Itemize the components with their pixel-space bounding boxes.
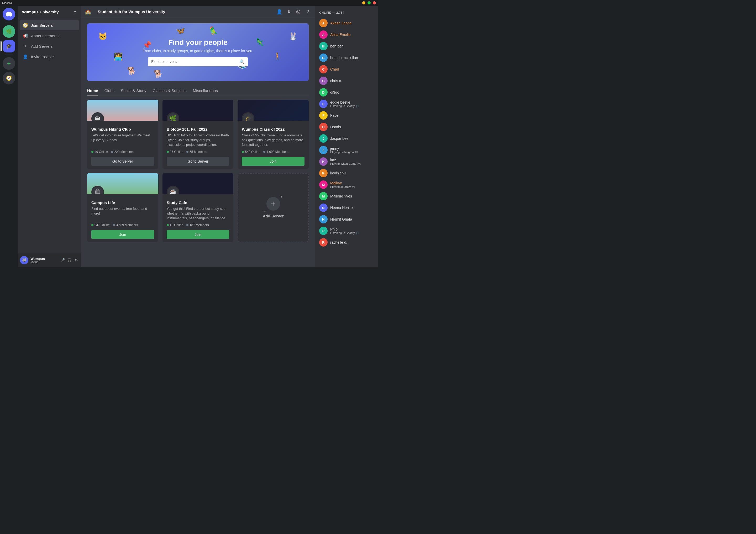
tab-classes[interactable]: Classes & Subjects bbox=[153, 86, 187, 95]
card-meta-hiking: 49 Online 220 Members bbox=[91, 150, 154, 154]
member-avatar-benben: B bbox=[319, 42, 328, 50]
member-avatar-nermit: N bbox=[319, 215, 328, 223]
member-name-kevin: kevin chu bbox=[330, 171, 374, 175]
close-button[interactable] bbox=[373, 1, 376, 5]
help-icon[interactable]: ? bbox=[305, 9, 311, 15]
member-item-nermit[interactable]: N Nermit Ghafa bbox=[317, 214, 376, 225]
card-btn-campus[interactable]: Join bbox=[91, 230, 154, 239]
add-server-card[interactable]: + ✦ ✦ Add Server bbox=[237, 173, 309, 242]
member-name-chrisc: chris c. bbox=[330, 79, 374, 83]
card-banner-hiking: 🏔 bbox=[87, 100, 158, 121]
member-info-rachelle: rachelle d. bbox=[330, 240, 374, 244]
online-count-studycafe: 42 Online bbox=[167, 223, 183, 227]
card-desc-studycafe: You got this! Find the perfect study spo… bbox=[167, 206, 230, 221]
member-info-di3go: di3go bbox=[330, 90, 374, 94]
card-banner-studycafe: ☕ bbox=[162, 173, 234, 194]
sidebar-item-icon-join-servers: 🧭 bbox=[23, 22, 28, 28]
member-name-face: Face bbox=[330, 113, 374, 117]
card-btn-hiking[interactable]: Go to Server bbox=[91, 157, 154, 166]
server-icon-add[interactable]: + bbox=[3, 57, 15, 70]
member-avatar-phibi: P bbox=[319, 227, 328, 235]
card-btn-biology[interactable]: Go to Server bbox=[167, 157, 230, 166]
headphones-icon[interactable]: 🎧 bbox=[67, 258, 72, 263]
member-count-biology: 55 Members bbox=[186, 150, 207, 154]
sidebar-item-invite-people[interactable]: 👤Invite People bbox=[20, 52, 79, 62]
member-item-jaspar[interactable]: J Jaspar Lee bbox=[317, 133, 376, 144]
hero-banner: 🐱 🧑‍💻 🐕 📌 🐰 🚶 🦎 📚 🦋 🦜 🐕 Find your people… bbox=[87, 23, 309, 81]
server-name-label: Wumpus University bbox=[22, 10, 59, 14]
member-avatar-eddie: E bbox=[319, 100, 328, 108]
settings-icon[interactable]: ⚙ bbox=[73, 258, 79, 263]
server-rail: 🌿 🎓 + 🧭 bbox=[0, 6, 18, 267]
server-icon-university[interactable]: 🎓 bbox=[3, 40, 15, 52]
member-item-face[interactable]: F Face bbox=[317, 110, 376, 121]
server-icon-explore[interactable]: 🧭 bbox=[3, 72, 15, 85]
tab-social[interactable]: Social & Study bbox=[121, 86, 147, 95]
download-icon[interactable]: ⬇ bbox=[285, 9, 292, 15]
member-item-alina[interactable]: A Alina Emelle bbox=[317, 29, 376, 40]
mention-icon[interactable]: @ bbox=[295, 9, 301, 15]
online-count-hiking: 49 Online bbox=[91, 150, 108, 154]
sidebar-item-label-announcements: Announcements bbox=[31, 34, 59, 38]
server-card-class2022: 🎓 Wumpus Class of 2022 Class of '22 chil… bbox=[237, 100, 309, 169]
app-body: 🌿 🎓 + 🧭 Wumpus University ▼ 🧭Join Server… bbox=[0, 6, 378, 267]
member-item-rachelle[interactable]: R rachelle d. bbox=[317, 237, 376, 248]
server-card-studycafe: ☕ Study Cafe You got this! Find the perf… bbox=[162, 173, 234, 242]
member-item-benben[interactable]: B ben ben bbox=[317, 40, 376, 52]
member-item-chrisc[interactable]: C chris c. bbox=[317, 75, 376, 87]
microphone-icon[interactable]: 🎤 bbox=[60, 258, 65, 263]
server-icon-discord[interactable] bbox=[3, 8, 15, 20]
sidebar-item-join-servers[interactable]: 🧭Join Servers bbox=[20, 20, 79, 30]
card-btn-studycafe[interactable]: Join bbox=[167, 230, 230, 239]
member-info-chad: Chad bbox=[330, 67, 374, 71]
server-icon-leaf[interactable]: 🌿 bbox=[3, 25, 15, 38]
member-name-rachelle: rachelle d. bbox=[330, 240, 374, 244]
card-body-studycafe: Study Cafe You got this! Find the perfec… bbox=[162, 194, 234, 242]
search-input[interactable] bbox=[151, 60, 239, 64]
member-info-jenny: jenny Playing Fishington 🎮 bbox=[330, 146, 374, 154]
card-desc-biology: BIO 101: Intro to Bio with Professor Kei… bbox=[167, 133, 230, 147]
member-avatar-kevin: K bbox=[319, 169, 328, 177]
maximize-button[interactable] bbox=[367, 1, 371, 5]
member-item-hoods[interactable]: H Hoods bbox=[317, 121, 376, 133]
member-item-brando[interactable]: B brando mcclellan bbox=[317, 52, 376, 64]
sparkle-icon-2: ✦ bbox=[264, 210, 266, 213]
member-avatar-jaspar: J bbox=[319, 134, 328, 143]
member-avatar-face: F bbox=[319, 111, 328, 120]
member-item-mallow[interactable]: M Mallow Playing Journey 🎮 bbox=[317, 179, 376, 191]
member-item-chad[interactable]: C Chad bbox=[317, 64, 376, 75]
member-name-jaspar: Jaspar Lee bbox=[330, 137, 374, 140]
footer-controls: 🎤 🎧 ⚙ bbox=[60, 258, 79, 263]
member-name-eddie: eddie beetie bbox=[330, 100, 374, 104]
member-item-neena[interactable]: N Neena Nenick bbox=[317, 202, 376, 214]
app-title: Discord bbox=[2, 1, 12, 5]
member-status-eddie: Listening to Spotify 🎵 bbox=[330, 104, 374, 108]
member-item-jenny[interactable]: J jenny Playing Fishington 🎮 bbox=[317, 144, 376, 156]
member-item-kaz[interactable]: K kaz Playing Witch Game 🎮 bbox=[317, 156, 376, 167]
minimize-button[interactable] bbox=[362, 1, 365, 5]
member-item-eddie[interactable]: E eddie beetie Listening to Spotify 🎵 bbox=[317, 98, 376, 110]
member-item-kevin[interactable]: K kevin chu bbox=[317, 167, 376, 179]
member-item-akash[interactable]: A Akash Leone bbox=[317, 17, 376, 29]
member-name-mallow: Mallow bbox=[330, 181, 374, 185]
tab-clubs[interactable]: Clubs bbox=[104, 86, 115, 95]
member-item-mallorie[interactable]: M Mallorie Yves bbox=[317, 191, 376, 202]
card-banner-biology: 🌿 bbox=[162, 100, 234, 121]
tab-misc[interactable]: Miscellaneous bbox=[193, 86, 218, 95]
friends-icon[interactable]: 👤 bbox=[276, 9, 283, 15]
tab-home[interactable]: Home bbox=[87, 86, 98, 95]
sidebar-item-announcements[interactable]: 📢Announcements bbox=[20, 31, 79, 41]
sidebar-item-add-servers[interactable]: +Add Servers bbox=[20, 41, 79, 51]
user-info: Wumpus #0000 bbox=[30, 257, 58, 264]
explore-search[interactable]: 🔍 bbox=[148, 57, 248, 66]
member-item-di3go[interactable]: D di3go bbox=[317, 87, 376, 98]
member-info-hoods: Hoods bbox=[330, 125, 374, 129]
server-header[interactable]: Wumpus University ▼ bbox=[18, 6, 81, 18]
card-body-class2022: Wumpus Class of 2022 Class of '22 chill … bbox=[237, 121, 309, 169]
member-info-face: Face bbox=[330, 113, 374, 117]
member-avatar-di3go: D bbox=[319, 88, 328, 96]
member-item-phibi[interactable]: P Phibi Listening to Spotify 🎵 bbox=[317, 225, 376, 237]
online-count-campus: 947 Online bbox=[91, 223, 110, 227]
member-avatar-jenny: J bbox=[319, 146, 328, 154]
card-btn-class2022[interactable]: Join bbox=[242, 157, 305, 166]
